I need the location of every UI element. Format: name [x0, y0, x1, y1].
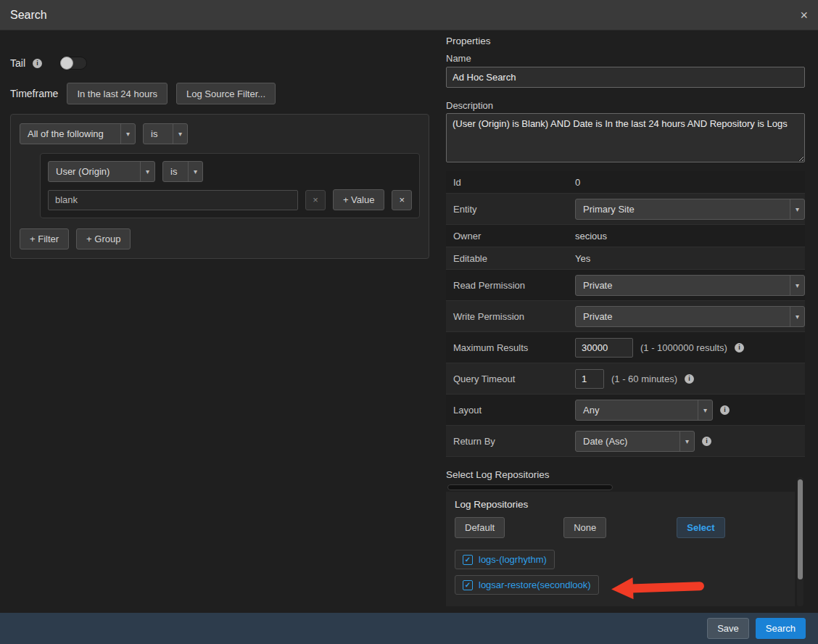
- id-value: 0: [575, 177, 580, 188]
- return-by-select[interactable]: Date (Asc) ▾: [575, 431, 695, 452]
- layout-select[interactable]: Any ▾: [575, 400, 713, 421]
- property-hint: (1 - 60 minutes): [611, 373, 677, 384]
- property-label: Entity: [446, 204, 575, 215]
- write-permission-value: Private: [583, 311, 612, 322]
- repo-buttons-row: Default None Select: [455, 517, 786, 538]
- none-button[interactable]: None: [563, 517, 606, 538]
- entity-value: Primary Site: [583, 204, 635, 215]
- vertical-scrollbar[interactable]: [797, 477, 803, 606]
- default-button[interactable]: Default: [455, 517, 505, 538]
- info-icon[interactable]: i: [702, 437, 711, 446]
- chevron-down-icon: ▾: [188, 162, 202, 181]
- remove-value-button[interactable]: ×: [305, 190, 326, 210]
- query-timeout-input[interactable]: [575, 369, 604, 389]
- chevron-down-icon: ▾: [173, 124, 187, 144]
- search-dialog: Search × Tail i Timeframe In the last 24…: [0, 0, 818, 644]
- chevron-down-icon: ▾: [120, 124, 135, 144]
- dialog-footer: Save Search: [0, 613, 818, 644]
- checkbox-checked-icon[interactable]: ✓: [463, 580, 473, 590]
- info-icon[interactable]: i: [33, 59, 42, 68]
- repo-item-label: logs-(logrhythm): [479, 554, 547, 565]
- search-button[interactable]: Search: [756, 618, 806, 639]
- property-row-return-by: Return By Date (Asc) ▾ i: [446, 426, 805, 457]
- property-label: Query Timeout: [446, 373, 575, 384]
- properties-table: Id 0 Entity Primary Site ▾ Owner secious…: [446, 171, 805, 457]
- chevron-down-icon: ▾: [790, 276, 804, 295]
- add-filter-button[interactable]: + Filter: [20, 228, 69, 249]
- property-label: Owner: [446, 231, 575, 242]
- description-input[interactable]: [446, 113, 805, 162]
- tail-label: Tail: [10, 57, 25, 69]
- layout-value: Any: [583, 405, 599, 416]
- property-row-editable: Editable Yes: [446, 247, 805, 270]
- property-row-write-permission: Write Permission Private ▾: [446, 301, 805, 332]
- return-by-value: Date (Asc): [583, 436, 627, 447]
- property-label: Maximum Results: [446, 342, 575, 353]
- tail-toggle[interactable]: [59, 57, 87, 70]
- dialog-titlebar: Search ×: [0, 0, 818, 30]
- add-group-button[interactable]: + Group: [76, 228, 131, 249]
- property-row-query-timeout: Query Timeout (1 - 60 minutes) i: [446, 363, 805, 395]
- close-icon[interactable]: ×: [800, 9, 808, 22]
- repo-items-list: ✓ logs-(logrhythm) ✓ logsar-restore(seco…: [455, 550, 786, 595]
- owner-value: secious: [575, 231, 607, 242]
- group-operator-value: All of the following: [28, 128, 104, 139]
- info-icon[interactable]: i: [735, 343, 744, 352]
- field-condition-value: is: [170, 166, 177, 177]
- horizontal-scrollbar[interactable]: [447, 484, 613, 490]
- info-icon[interactable]: i: [685, 374, 694, 384]
- editable-value: Yes: [575, 253, 590, 264]
- property-label: Return By: [446, 436, 575, 447]
- scrollbar-thumb[interactable]: [798, 479, 803, 579]
- property-row-entity: Entity Primary Site ▾: [446, 194, 805, 225]
- read-permission-select[interactable]: Private ▾: [575, 275, 805, 296]
- log-repositories-box: Log Repositories Default None Select ✓ l…: [446, 492, 795, 606]
- property-row-layout: Layout Any ▾ i: [446, 395, 805, 426]
- properties-header: Properties: [446, 36, 491, 46]
- save-button[interactable]: Save: [707, 618, 749, 639]
- filter-group: User (Origin) ▾ is ▾ × + Value ×: [40, 153, 420, 218]
- remove-filter-button[interactable]: ×: [392, 190, 412, 210]
- checkbox-checked-icon[interactable]: ✓: [463, 555, 473, 565]
- chevron-down-icon: ▾: [679, 432, 694, 451]
- property-label: Editable: [446, 253, 575, 264]
- chevron-down-icon: ▾: [790, 307, 804, 326]
- description-label: Description: [446, 100, 493, 111]
- name-input[interactable]: [446, 67, 805, 88]
- maximum-results-input[interactable]: [575, 338, 633, 358]
- filter-builder: All of the following ▾ is ▾ User (Origin…: [10, 114, 429, 259]
- write-permission-select[interactable]: Private ▾: [575, 306, 805, 327]
- property-row-read-permission: Read Permission Private ▾: [446, 270, 805, 301]
- property-row-id: Id 0: [446, 171, 805, 194]
- property-label: Read Permission: [446, 280, 575, 291]
- log-repositories-title: Log Repositories: [455, 499, 786, 510]
- select-log-repositories-header: Select Log Repositories: [446, 469, 550, 480]
- property-row-owner: Owner secious: [446, 225, 805, 247]
- property-row-maximum-results: Maximum Results (1 - 1000000 results) i: [446, 332, 805, 363]
- chevron-down-icon: ▾: [698, 400, 712, 420]
- timeframe-row: Timeframe In the last 24 hours Log Sourc…: [10, 83, 276, 104]
- property-hint: (1 - 1000000 results): [640, 342, 727, 353]
- filter-value-input[interactable]: [48, 190, 298, 210]
- chevron-down-icon: ▾: [790, 199, 804, 219]
- group-operator-select[interactable]: All of the following ▾: [20, 123, 136, 144]
- timeframe-label: Timeframe: [10, 88, 58, 99]
- dialog-title: Search: [10, 9, 47, 22]
- repo-item-logsar-restore-secondlook[interactable]: ✓ logsar-restore(secondlook): [455, 575, 599, 595]
- field-select[interactable]: User (Origin) ▾: [48, 161, 155, 182]
- repo-item-logs-logrhythm[interactable]: ✓ logs-(logrhythm): [455, 550, 555, 569]
- chevron-down-icon: ▾: [140, 162, 154, 181]
- select-button[interactable]: Select: [677, 517, 724, 538]
- info-icon[interactable]: i: [720, 405, 730, 415]
- timeframe-button[interactable]: In the last 24 hours: [67, 83, 168, 104]
- group-condition-select[interactable]: is ▾: [143, 123, 188, 144]
- log-source-filter-button[interactable]: Log Source Filter...: [176, 83, 276, 104]
- property-label: Write Permission: [446, 311, 575, 322]
- field-condition-select[interactable]: is ▾: [162, 161, 203, 182]
- add-value-button[interactable]: + Value: [333, 189, 385, 210]
- tail-row: Tail i: [10, 57, 87, 70]
- properties-panel: Properties Name Description Id 0 Entity …: [446, 30, 805, 613]
- read-permission-value: Private: [583, 280, 612, 291]
- entity-select[interactable]: Primary Site ▾: [575, 199, 805, 220]
- group-condition-value: is: [151, 128, 157, 139]
